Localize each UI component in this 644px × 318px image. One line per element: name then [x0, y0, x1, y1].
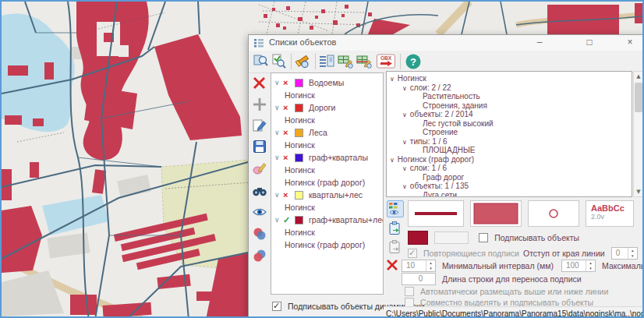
dynamic-label-checkbox[interactable]	[272, 302, 281, 311]
edit-list-button[interactable]	[252, 118, 269, 135]
list-item-map[interactable]: Ногинск	[271, 139, 383, 151]
tree-node[interactable]: ∨слои: 1 / 6	[387, 164, 632, 173]
chevron-down-icon[interactable]: ∨	[274, 214, 280, 226]
selection-tree-panel[interactable]: ∨Ногинск∨слои: 2 / 22РастительностьСтрое…	[386, 71, 632, 197]
check-icon[interactable]: ✓	[283, 214, 290, 226]
edge-offset-spinner[interactable]: 0 ▴▾	[611, 247, 638, 260]
cross-icon[interactable]: ×	[283, 101, 288, 114]
color-swatch[interactable]	[295, 104, 303, 112]
spinner-arrows-icon[interactable]: ▴▾	[426, 260, 435, 271]
max-interval-spinner[interactable]: 100 ▴▾	[561, 260, 596, 272]
tree-scrollbar[interactable]: ▲ ▼	[633, 71, 644, 197]
chevron-down-icon[interactable]: ∨	[274, 151, 280, 164]
min-interval-spinner[interactable]: 10 ▴▾	[402, 260, 436, 272]
label-objects-checkbox[interactable]	[479, 233, 488, 242]
list-item[interactable]: ∨×граф+кварталы	[271, 151, 383, 164]
chevron-down-icon[interactable]: ∨	[402, 111, 407, 118]
list-item-map[interactable]: Ногинск	[271, 226, 383, 238]
line-sample[interactable]	[408, 200, 464, 227]
list-item-map[interactable]: Ногинск	[271, 201, 383, 214]
paste-style-button[interactable]	[387, 239, 404, 256]
scroll-down-icon[interactable]: ▼	[634, 187, 643, 196]
highlight-button[interactable]	[294, 52, 313, 71]
help-button[interactable]: ?	[404, 52, 423, 71]
repeat-labels-checkbox[interactable]	[408, 249, 417, 258]
legend-view-button[interactable]	[387, 200, 404, 217]
tree-node[interactable]: ∨Ногинск	[387, 74, 632, 83]
tree-node[interactable]: ∨объекты: 2 / 2014	[387, 110, 632, 119]
chevron-down-icon[interactable]: ∨	[402, 139, 407, 146]
view-button[interactable]	[252, 204, 269, 221]
chevron-down-icon[interactable]: ∨	[274, 76, 280, 89]
list-item[interactable]: ∨×Дороги	[271, 101, 383, 114]
label-color-swatch[interactable]	[408, 231, 428, 245]
color-swatch[interactable]	[295, 129, 303, 137]
chevron-down-icon[interactable]: ∨	[402, 85, 407, 92]
tree-node[interactable]: ПЛОЩАДНЫЕ	[387, 146, 632, 155]
chevron-down-icon[interactable]: ∨	[390, 76, 395, 83]
list-item[interactable]: ∨×Леса	[271, 126, 383, 139]
tree-node[interactable]: ∨слои: 2 / 22	[387, 83, 632, 93]
list-item[interactable]: ∨✓граф+кварталы+лес	[271, 214, 383, 226]
chevron-down-icon[interactable]: ∨	[390, 157, 395, 164]
find-button[interactable]	[252, 183, 269, 200]
spinner-arrows-icon[interactable]: ▴▾	[586, 260, 595, 271]
cross-icon[interactable]: ×	[283, 126, 288, 139]
text-sample[interactable]: AaBbCc 2.0v	[586, 200, 634, 227]
list-item[interactable]: ∨×Водоемы	[271, 76, 383, 89]
search-apply-button[interactable]	[270, 52, 288, 71]
list-item-map[interactable]: Ногинск (граф дорог)	[271, 176, 383, 189]
tree-node[interactable]: ∨объекты: 1 / 135	[387, 182, 632, 191]
table-edit-alt-button[interactable]	[356, 52, 374, 71]
overlay-mode-alt-button[interactable]	[252, 248, 269, 265]
add-list-button[interactable]	[252, 97, 269, 114]
spinner-arrows-icon[interactable]: ▴▾	[628, 248, 637, 259]
wrap-length-input[interactable]: 0	[402, 273, 436, 285]
copy-style-button[interactable]	[387, 221, 404, 238]
list-item-map[interactable]: Ногинск	[271, 114, 383, 126]
color-swatch[interactable]	[295, 191, 303, 200]
close-button[interactable]: ×	[618, 35, 642, 50]
label-font-box[interactable]	[434, 231, 469, 244]
list-view-button[interactable]	[318, 52, 337, 71]
obx-export-button[interactable]: OBX	[375, 52, 397, 71]
color-swatch[interactable]	[295, 79, 303, 87]
tree-node[interactable]: Растительность	[387, 92, 632, 101]
clear-intervals-button[interactable]	[385, 257, 402, 274]
cross-icon[interactable]: ×	[283, 76, 288, 89]
chevron-down-icon[interactable]: ∨	[402, 183, 407, 190]
chevron-down-icon[interactable]: ∨	[274, 126, 280, 139]
chevron-down-icon[interactable]: ∨	[402, 165, 407, 172]
color-swatch[interactable]	[295, 216, 303, 224]
search-list-button[interactable]	[252, 52, 271, 71]
maximize-button[interactable]: □	[578, 35, 601, 50]
list-item-map[interactable]: Ногинск	[271, 89, 383, 101]
color-swatch[interactable]	[295, 154, 303, 162]
cross-icon[interactable]: ×	[283, 151, 288, 164]
list-item-map[interactable]: Ногинск (граф дорог)	[271, 238, 383, 251]
dialog-titlebar[interactable]: Списки объектов – □ ×	[249, 35, 644, 51]
list-item[interactable]: ∨×кварталы+лес	[271, 189, 383, 201]
tree-node[interactable]: Дуга сети	[387, 191, 632, 198]
minimize-button[interactable]: –	[528, 35, 551, 50]
select-style-button[interactable]	[252, 161, 269, 178]
tree-node[interactable]: ∨Ногинск (граф дорог)	[387, 155, 632, 164]
chevron-down-icon[interactable]: ∨	[274, 101, 280, 114]
scroll-thumb[interactable]	[635, 83, 642, 112]
fill-sample[interactable]	[470, 200, 522, 227]
point-sample[interactable]	[528, 200, 579, 227]
save-list-button[interactable]	[252, 139, 269, 156]
tree-node[interactable]: Лес густой высокий	[387, 119, 632, 129]
chevron-down-icon[interactable]: ∨	[274, 189, 280, 201]
tree-node[interactable]: Граф дорог	[387, 173, 632, 182]
tree-node[interactable]: Строения, здания	[387, 101, 632, 111]
list-item-map[interactable]: Ногинск	[271, 164, 383, 176]
tree-node[interactable]: Строение	[387, 128, 632, 137]
cross-icon[interactable]: ×	[283, 189, 288, 201]
overlay-mode-button[interactable]	[252, 226, 269, 243]
table-edit-button[interactable]	[337, 52, 356, 71]
scroll-up-icon[interactable]: ▲	[634, 72, 643, 81]
object-lists-panel[interactable]: ∨×ВодоемыНогинск∨×ДорогиНогинск∨×ЛесаНог…	[271, 72, 384, 295]
tree-node[interactable]: ∨типы: 1 / 6	[387, 137, 632, 147]
delete-list-button[interactable]	[252, 76, 269, 93]
